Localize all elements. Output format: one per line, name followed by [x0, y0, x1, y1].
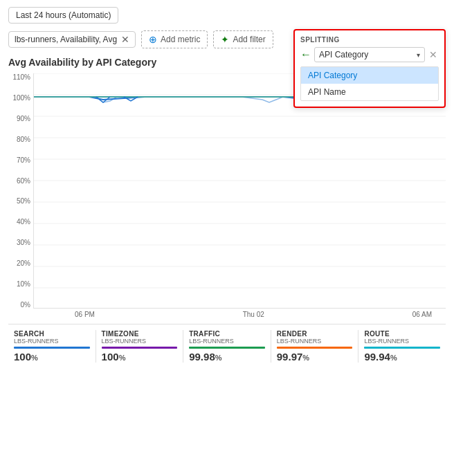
- add-metric-icon: ⊕: [149, 34, 157, 45]
- legend-name-route: ROUTE: [364, 330, 390, 338]
- time-selector-label: Last 24 hours (Automatic): [16, 10, 111, 20]
- time-selector[interactable]: Last 24 hours (Automatic): [8, 7, 118, 24]
- splitting-option-api-name[interactable]: API Name: [301, 84, 438, 100]
- splitting-option-api-category[interactable]: API Category: [301, 67, 438, 84]
- legend-item-render: RENDER LBS-RUNNERS 99.97%: [271, 330, 359, 363]
- y-label-100: 100%: [8, 94, 30, 102]
- metric-tag-close[interactable]: ✕: [121, 35, 129, 44]
- legend-bar-timezone: [102, 347, 178, 349]
- legend-sub-route: LBS-RUNNERS: [364, 338, 409, 345]
- legend-item-traffic: TRAFFIC LBS-RUNNERS 99.98%: [183, 330, 271, 363]
- add-filter-icon: ✦: [221, 34, 229, 45]
- back-arrow[interactable]: ←: [300, 48, 311, 61]
- add-metric-button[interactable]: ⊕ Add metric: [141, 30, 208, 48]
- add-metric-label: Add metric: [161, 35, 200, 44]
- legend-value-route: 99.94%: [364, 351, 397, 363]
- metric-tag[interactable]: lbs-runners, Availability, Avg ✕: [8, 31, 136, 48]
- legend-value-traffic: 99.98%: [189, 351, 221, 363]
- y-label-70: 70%: [8, 156, 30, 164]
- legend-bar-search: [14, 347, 90, 349]
- legend-sub-render: LBS-RUNNERS: [277, 338, 322, 345]
- y-label-30: 30%: [8, 239, 30, 246]
- splitting-selected-value: API Category: [319, 50, 414, 60]
- y-label-40: 40%: [8, 218, 30, 226]
- legend-name-render: RENDER: [277, 330, 307, 338]
- legend-row: SEARCH LBS-RUNNERS 100% TIMEZONE LBS-RUN…: [8, 324, 446, 363]
- y-label-20: 20%: [8, 259, 30, 267]
- y-label-110: 110%: [8, 73, 30, 81]
- metric-tag-label: lbs-runners, Availability, Avg: [15, 35, 117, 44]
- y-label-0: 0%: [8, 301, 30, 309]
- toolbar: lbs-runners, Availability, Avg ✕ ⊕ Add m…: [8, 30, 446, 48]
- legend-item-timezone: TIMEZONE LBS-RUNNERS 100%: [96, 330, 184, 363]
- legend-value-timezone: 100%: [102, 351, 126, 363]
- legend-sub-traffic: LBS-RUNNERS: [189, 338, 234, 345]
- add-filter-button[interactable]: ✦ Add filter: [213, 30, 273, 48]
- legend-sub-search: LBS-RUNNERS: [14, 338, 59, 345]
- y-label-90: 90%: [8, 115, 30, 122]
- y-axis: 110% 100% 90% 80% 70% 60% 50% 40% 30% 20…: [8, 73, 33, 309]
- y-label-80: 80%: [8, 136, 30, 143]
- splitting-close[interactable]: ✕: [428, 49, 439, 60]
- splitting-label: SPLITTING: [300, 36, 439, 44]
- legend-name-traffic: TRAFFIC: [189, 330, 220, 338]
- add-filter-label: Add filter: [233, 35, 265, 44]
- splitting-panel: SPLITTING ← API Category ▾ ✕ API Categor…: [293, 29, 446, 108]
- x-axis: 06 PM Thu 02 06 AM: [33, 309, 446, 318]
- legend-name-search: SEARCH: [14, 330, 44, 338]
- x-label-06am: 06 AM: [412, 311, 432, 318]
- legend-item-route: ROUTE LBS-RUNNERS 99.94%: [358, 330, 446, 363]
- legend-name-timezone: TIMEZONE: [102, 330, 139, 338]
- splitting-header: ← API Category ▾ ✕: [300, 47, 439, 62]
- y-label-50: 50%: [8, 197, 30, 205]
- y-label-10: 10%: [8, 280, 30, 288]
- legend-bar-route: [364, 347, 440, 349]
- legend-bar-traffic: [189, 347, 265, 349]
- splitting-dropdown: API Category API Name: [300, 66, 439, 101]
- legend-value-search: 100%: [14, 351, 38, 363]
- splitting-select-wrapper[interactable]: API Category ▾: [314, 47, 425, 62]
- legend-sub-timezone: LBS-RUNNERS: [102, 338, 147, 345]
- x-label-06pm: 06 PM: [75, 311, 95, 318]
- chevron-down-icon: ▾: [417, 51, 420, 59]
- legend-item-search: SEARCH LBS-RUNNERS 100%: [8, 330, 96, 363]
- legend-bar-render: [277, 347, 353, 349]
- x-label-thu02: Thu 02: [243, 311, 264, 318]
- y-label-60: 60%: [8, 177, 30, 185]
- legend-value-render: 99.97%: [277, 351, 309, 363]
- chart-svg: [33, 73, 446, 309]
